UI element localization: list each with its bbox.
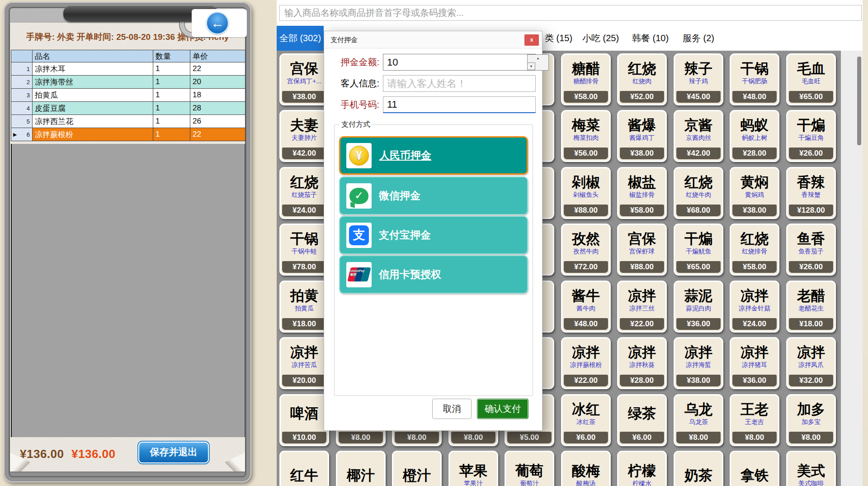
product-tile[interactable]: 酸梅酸梅汤 — [561, 451, 611, 486]
product-tile[interactable]: 香辣香辣蟹¥128.00 — [786, 167, 836, 219]
product-tile[interactable]: 梅菜梅菜扣肉¥56.00 — [561, 110, 611, 162]
product-tile[interactable]: 美式美式咖啡 — [786, 451, 836, 486]
product-tile[interactable]: 柠檬柠檬水 — [617, 451, 667, 486]
product-subtitle: 鱼香茄子 — [798, 248, 824, 255]
product-tile[interactable]: 糖醋糖醋排骨¥58.00 — [561, 53, 611, 105]
payment-method-alipay[interactable]: 支支付宝押金 — [339, 216, 528, 254]
back-button[interactable]: ← — [206, 12, 229, 34]
payment-method-rmb-coin[interactable]: ¥人民币押金 — [339, 136, 528, 175]
order-cell-price: 18 — [190, 89, 245, 102]
tab-all[interactable]: 全部 (302) — [277, 26, 324, 51]
product-tile[interactable]: 拿铁 — [730, 451, 779, 486]
row-number-cell: 5 — [11, 115, 33, 128]
product-tile[interactable]: 酱爆酱爆鸡丁¥38.00 — [617, 110, 667, 162]
order-row[interactable]: ▶6凉拌蕨根粉122 — [11, 128, 245, 141]
product-name: 拿铁 — [741, 468, 769, 483]
product-tile[interactable]: 红烧红烧茄子¥24.00 — [279, 167, 329, 219]
order-row[interactable]: 4皮蛋豆腐128 — [11, 102, 245, 115]
product-tile[interactable]: 宫保宫保鸡丁+...¥38.00 — [279, 53, 329, 105]
product-tile[interactable]: 老醋老醋花生¥18.00 — [786, 281, 836, 333]
product-tile[interactable]: 京酱京酱肉丝¥42.00 — [674, 110, 723, 162]
row-number-header — [11, 50, 33, 62]
product-tile[interactable]: 红烧红烧牛肉¥68.00 — [674, 167, 723, 219]
product-tile[interactable]: 凉拌凉拌猪耳¥36.00 — [730, 337, 779, 389]
product-tile[interactable]: 加多加多宝¥8.00 — [786, 394, 836, 446]
product-tile[interactable]: 乌龙乌龙茶¥8.00 — [674, 394, 723, 446]
payment-method-unionpay[interactable]: UnionPay银联信用卡预授权 — [339, 255, 528, 294]
tab-3[interactable]: 韩餐 (10) — [632, 26, 669, 51]
product-tile[interactable]: 凉拌凉拌金针菇¥24.00 — [730, 281, 779, 333]
product-tile-body: 奶茶 — [675, 452, 722, 486]
product-tile[interactable]: 鱼香鱼香茄子¥26.00 — [786, 224, 836, 276]
product-tile[interactable]: 凉拌凉拌海蜇¥38.00 — [674, 337, 723, 389]
product-tile[interactable]: 凉拌凉拌苦瓜¥20.00 — [279, 337, 329, 389]
product-tile[interactable]: 辣子辣子鸡¥45.00 — [674, 53, 723, 105]
order-row[interactable]: 3拍黄瓜118 — [11, 89, 245, 102]
product-tile[interactable]: 椰汁 — [336, 451, 386, 486]
product-tile[interactable]: 椒盐椒盐排骨¥58.00 — [617, 167, 667, 219]
confirm-pay-button[interactable]: 确认支付 — [477, 399, 528, 419]
product-tile[interactable]: 红烧红烧排骨¥58.00 — [730, 224, 779, 276]
deposit-amount-input[interactable] — [383, 54, 536, 71]
guest-info-label: 客人信息: — [334, 75, 379, 92]
product-name: 凉拌 — [797, 345, 825, 360]
product-tile[interactable]: 苹果苹果汁 — [448, 451, 498, 486]
product-tile[interactable]: 拍黄拍黄瓜¥18.00 — [279, 281, 329, 333]
product-tile[interactable]: 宫保宫保虾球¥88.00 — [617, 224, 667, 276]
product-tile[interactable]: 橙汁 — [392, 451, 442, 486]
tab-4[interactable]: 服务 (2) — [683, 26, 714, 51]
phone-number-input[interactable] — [383, 96, 536, 113]
product-price: ¥78.00 — [282, 261, 326, 273]
save-and-exit-button[interactable]: 保存并退出 — [138, 442, 209, 463]
tab-2[interactable]: 小吃 (25) — [582, 26, 619, 51]
product-subtitle: 糖醋排骨 — [573, 77, 599, 85]
product-tile[interactable]: 干煸干煸豆角¥26.00 — [786, 110, 836, 162]
product-tile[interactable]: 孜然孜然牛肉¥72.00 — [561, 224, 611, 276]
product-tile[interactable]: 干锅干锅牛蛙¥78.00 — [279, 224, 329, 276]
order-row[interactable]: 1凉拌木耳122 — [11, 62, 245, 76]
product-tile[interactable]: 奶茶 — [674, 451, 723, 486]
pay-deposit-modal: 支付押金 x 押金金额: ▲ ▼ 客人信息: 手机号码: 支付方式 ¥人民币押金… — [324, 31, 542, 431]
product-tile[interactable]: 干锅干锅肥肠¥48.00 — [730, 53, 779, 105]
product-name: 美式 — [797, 463, 825, 479]
order-row[interactable]: 5凉拌西兰花126 — [11, 115, 245, 128]
payment-method-wechat[interactable]: ✓微信押金 — [339, 176, 528, 215]
product-tile[interactable]: 王老王老吉¥8.00 — [730, 394, 779, 446]
product-tile[interactable]: 夫妻夫妻肺片¥42.00 — [279, 110, 329, 162]
product-tile[interactable]: 冰红冰红茶¥6.00 — [561, 394, 611, 446]
product-tile[interactable]: 红牛 — [279, 451, 329, 486]
product-name: 加多 — [797, 402, 825, 417]
product-tile[interactable]: 酱牛酱牛肉¥48.00 — [561, 281, 611, 333]
search-input[interactable] — [279, 5, 862, 21]
product-name: 绿茶 — [628, 406, 656, 421]
product-subtitle: 孜然牛肉 — [573, 248, 599, 255]
product-subtitle: 干煸豆角 — [798, 134, 824, 142]
product-tile[interactable]: 蚂蚁蚂蚁上树¥28.00 — [730, 110, 779, 162]
grid-scrollbar-thumb[interactable] — [857, 57, 861, 145]
product-name: 剁椒 — [572, 175, 600, 190]
product-tile[interactable]: 凉拌凉拌凤爪¥32.00 — [786, 337, 836, 389]
tab-1[interactable]: 类 (15) — [545, 26, 572, 51]
cancel-button[interactable]: 取消 — [432, 399, 472, 419]
product-tile[interactable]: 干煸干煸鱿鱼¥65.00 — [674, 224, 723, 276]
product-tile[interactable]: 葡萄葡萄汁 — [505, 451, 554, 486]
product-tile[interactable]: 毛血毛血旺¥65.00 — [786, 53, 836, 105]
product-tile[interactable]: 凉拌凉拌秋葵¥28.00 — [617, 337, 667, 389]
product-tile[interactable]: 剁椒剁椒鱼头¥88.00 — [561, 167, 611, 219]
product-tile[interactable]: 凉拌凉拌三丝¥22.00 — [617, 281, 667, 333]
product-tile[interactable]: 黄焖黄焖鸡¥38.00 — [730, 167, 779, 219]
guest-name-input[interactable] — [383, 75, 536, 92]
product-tile[interactable]: 红烧红烧肉¥52.00 — [617, 53, 667, 105]
product-tile[interactable]: 绿茶¥6.00 — [617, 394, 667, 446]
product-tile-body: 乌龙乌龙茶 — [675, 395, 722, 432]
spinner-down-icon[interactable]: ▼ — [527, 62, 535, 70]
product-tile[interactable]: 蒜泥蒜泥白肉¥36.00 — [674, 281, 723, 333]
order-row[interactable]: 2凉拌海带丝120 — [11, 76, 245, 89]
order-cell-name: 凉拌木耳 — [33, 62, 153, 76]
product-tile[interactable]: 啤酒¥10.00 — [279, 394, 329, 446]
product-price: ¥42.00 — [282, 148, 326, 159]
order-footer: ¥136.00 ¥136.00 保存并退出 — [10, 437, 245, 472]
product-tile[interactable]: 凉拌凉拌蕨根粉¥22.00 — [561, 337, 611, 389]
grid-scrollbar-track[interactable] — [841, 51, 863, 486]
close-icon[interactable]: x — [524, 34, 539, 46]
